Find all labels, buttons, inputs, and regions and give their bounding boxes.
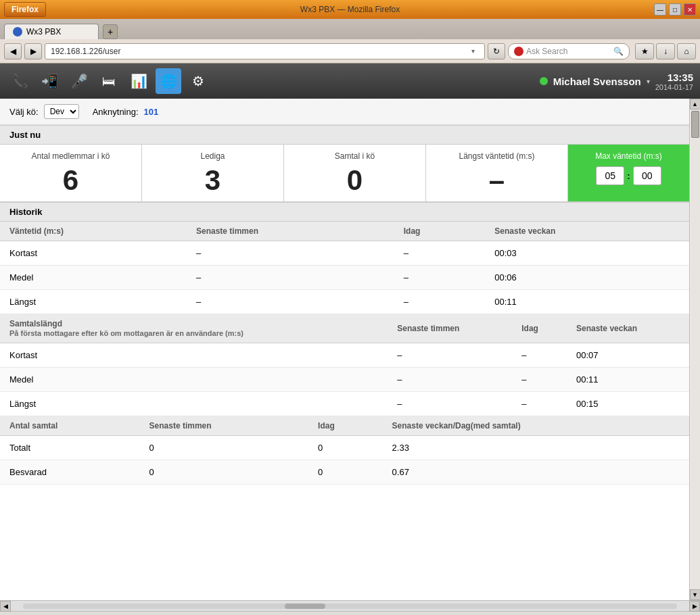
- tab-bar: Wx3 PBX +: [0, 19, 700, 39]
- antal-besvarad-today: 0: [308, 460, 382, 485]
- scroll-track: [691, 109, 700, 589]
- stat-calls-value: 0: [294, 166, 416, 195]
- firefox-button[interactable]: Firefox: [4, 2, 46, 17]
- url-icons: ▾: [467, 45, 479, 57]
- stat-max-wait: Max väntetid (m:s) :: [568, 145, 689, 201]
- vantetid-langst-last-hour: –: [187, 290, 394, 314]
- search-placeholder: Ask Search: [526, 47, 567, 56]
- queue-selector: Välj kö: Dev Anknytning: 101: [0, 99, 689, 125]
- historik-header: Historik: [0, 202, 689, 222]
- samtalslangd-sub-label: På första mottagare efter kö om mottagar…: [9, 329, 243, 337]
- horizontal-scrollbar[interactable]: ◀ ▶: [0, 600, 700, 611]
- back-button[interactable]: ◀: [4, 43, 22, 59]
- search-box[interactable]: Ask Search 🔍: [508, 43, 630, 59]
- samtalslangd-col-last-hour: Senaste timmen: [388, 314, 512, 343]
- vantetid-kortast-label: Kortast: [0, 241, 187, 266]
- status-bar: Händelselogg: [0, 611, 700, 615]
- antal-samtal-col-header: Antal samtal: [0, 416, 140, 436]
- antal-totalt-today: 0: [308, 436, 382, 460]
- scroll-left-button[interactable]: ◀: [0, 601, 11, 612]
- vantetid-kortast-last-hour: –: [187, 241, 394, 266]
- download-button[interactable]: ↓: [656, 43, 675, 59]
- antal-besvarad-last-hour: 0: [140, 460, 309, 485]
- vantetid-header-row: Väntetid (m:s) Senaste timmen Idag Senas…: [0, 222, 689, 241]
- main-content: Välj kö: Dev Anknytning: 101 Just nu Ant…: [0, 99, 689, 600]
- stat-available: Lediga 3: [142, 145, 284, 201]
- vantetid-medel-last-hour: –: [187, 266, 394, 290]
- address-bar: ◀ ▶ 192.168.1.226/user ▾ ↻ Ask Search 🔍 …: [0, 39, 700, 64]
- close-button[interactable]: ✕: [684, 3, 696, 16]
- chart-icon[interactable]: 📊: [126, 68, 151, 94]
- minimize-button[interactable]: —: [654, 3, 666, 16]
- mic-icon[interactable]: 🎤: [66, 68, 92, 94]
- vantetid-kortast-today: –: [394, 241, 486, 266]
- url-box[interactable]: 192.168.1.226/user ▾: [45, 43, 485, 59]
- samtalslangd-kortast-today: –: [512, 343, 567, 368]
- scroll-thumb[interactable]: [691, 111, 699, 138]
- samtalslangd-medel-last-week: 00:11: [567, 368, 689, 392]
- queue-select[interactable]: Dev: [44, 104, 79, 119]
- browser-toolbar-right: ★ ↓ ⌂: [635, 43, 696, 59]
- bookmark-button[interactable]: ★: [635, 43, 654, 59]
- max-wait-minutes[interactable]: [596, 166, 624, 185]
- phone-icon[interactable]: 📞: [7, 68, 32, 94]
- antal-samtal-col-last-week: Senaste veckan/Dag(med samtal): [383, 416, 689, 436]
- stat-members: Antal medlemmar i kö 6: [0, 145, 142, 201]
- home-button[interactable]: ⌂: [677, 43, 696, 59]
- current-date: 2014-01-17: [655, 83, 693, 91]
- samtalslangd-table: Samtalslängd På första mottagare efter k…: [0, 314, 689, 416]
- scrollbar-thumb[interactable]: [285, 604, 325, 609]
- samtalslangd-kortast-label: Kortast: [0, 343, 388, 368]
- samtalslangd-medel-row: Medel – – 00:11: [0, 368, 689, 392]
- antal-samtal-col-today: Idag: [308, 416, 382, 436]
- antal-totalt-last-hour: 0: [140, 436, 309, 460]
- current-time: 13:35: [655, 72, 693, 83]
- samtalslangd-langst-label: Längst: [0, 392, 388, 416]
- samtalslangd-langst-last-week: 00:15: [567, 392, 689, 416]
- globe-icon[interactable]: 🌐: [156, 68, 181, 94]
- stat-calls-label: Samtal i kö: [294, 151, 416, 161]
- vantetid-col-header: Väntetid (m:s): [0, 222, 187, 241]
- samtalslangd-medel-today: –: [512, 368, 567, 392]
- phone-forward-icon[interactable]: 📲: [37, 68, 62, 94]
- samtalslangd-medel-label: Medel: [0, 368, 388, 392]
- url-dropdown-icon[interactable]: ▾: [467, 45, 479, 57]
- app-toolbar: 📞 📲 🎤 🛏 📊 🌐 ⚙ Michael Svensson ▾ 13:35 2…: [0, 64, 700, 99]
- tab-wx3pbx[interactable]: Wx3 PBX: [4, 24, 99, 39]
- settings-icon[interactable]: ⚙: [185, 68, 211, 94]
- refresh-button[interactable]: ↻: [488, 43, 505, 59]
- maximize-button[interactable]: □: [669, 3, 681, 16]
- queue-label: Välj kö:: [9, 107, 39, 117]
- antal-totalt-label: Totalt: [0, 436, 140, 460]
- user-area: Michael Svensson ▾ 13:35 2014-01-17: [540, 72, 693, 91]
- vantetid-medel-today: –: [394, 266, 486, 290]
- max-wait-separator: :: [627, 171, 630, 181]
- scroll-down-button[interactable]: ▼: [690, 589, 701, 600]
- antal-samtal-header-row: Antal samtal Senaste timmen Idag Senaste…: [0, 416, 689, 436]
- user-dropdown-arrow[interactable]: ▾: [647, 78, 650, 85]
- scroll-up-button[interactable]: ▲: [690, 99, 701, 109]
- forward-button[interactable]: ▶: [24, 43, 42, 59]
- stat-calls-in-queue: Samtal i kö 0: [284, 145, 426, 201]
- antal-samtal-table: Antal samtal Senaste timmen Idag Senaste…: [0, 416, 689, 485]
- antal-besvarad-label: Besvarad: [0, 460, 140, 485]
- vantetid-medel-row: Medel – – 00:06: [0, 266, 689, 290]
- window-controls: — □ ✕: [654, 3, 696, 16]
- scroll-right-button[interactable]: ▶: [689, 601, 700, 612]
- new-tab-button[interactable]: +: [103, 24, 118, 39]
- browser-titlebar: Firefox Wx3 PBX — Mozilla Firefox — □ ✕: [0, 0, 700, 19]
- stat-members-value: 6: [9, 166, 132, 195]
- url-text: 192.168.1.226/user: [51, 47, 120, 56]
- vantetid-kortast-last-week: 00:03: [485, 241, 689, 266]
- search-magnifier-icon[interactable]: 🔍: [613, 47, 624, 56]
- vantetid-medel-last-week: 00:06: [485, 266, 689, 290]
- samtalslangd-kortast-last-week: 00:07: [567, 343, 689, 368]
- tab-label: Wx3 PBX: [26, 27, 61, 36]
- hold-icon[interactable]: 🛏: [96, 68, 122, 94]
- vantetid-col-last-week: Senaste veckan: [485, 222, 689, 241]
- max-wait-seconds[interactable]: [633, 166, 661, 185]
- extension-label: Anknytning:: [93, 107, 139, 117]
- max-wait-inputs: :: [578, 166, 680, 185]
- samtalslangd-kortast-row: Kortast – – 00:07: [0, 343, 689, 368]
- vertical-scrollbar[interactable]: ▲ ▼: [689, 99, 700, 600]
